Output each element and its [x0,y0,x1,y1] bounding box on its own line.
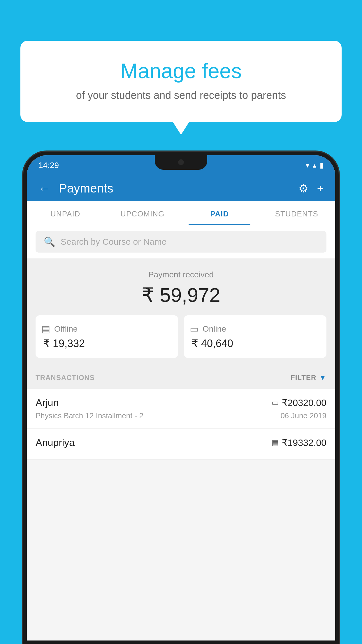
phone-frame: 14:29 ▾ ▴ ▮ ← Payments ⚙ + UNPAID UPCOMI… [23,152,339,644]
app-header: ← Payments ⚙ + [27,176,335,201]
transactions-label: TRANSACTIONS [36,374,95,382]
payment-received-label: Payment received [36,270,326,279]
search-container: 🔍 Search by Course or Name [27,225,335,258]
online-card-header: ▭ Online [190,323,321,335]
settings-icon[interactable]: ⚙ [298,182,308,195]
offline-card-header: ▤ Offline [41,323,172,335]
add-icon[interactable]: + [317,182,324,195]
amount-value-2: ₹19332.00 [282,437,326,448]
payment-summary: Payment received ₹ 59,972 ▤ Offline ₹ 19… [27,258,335,367]
status-time: 14:29 [38,161,59,170]
camera-dot [178,159,184,165]
payment-type-icon-1: ▭ [272,398,279,407]
tab-students[interactable]: STUDENTS [258,201,335,225]
transactions-header: TRANSACTIONS FILTER ▼ [27,367,335,389]
amount-value-1: ₹20320.00 [282,397,326,408]
offline-label: Offline [54,324,78,334]
speech-bubble: Manage fees of your students and send re… [20,41,342,122]
transaction-amount-1: ▭ ₹20320.00 [272,397,326,408]
search-box[interactable]: 🔍 Search by Course or Name [36,231,326,253]
notch [155,155,207,170]
phone-inner: 14:29 ▾ ▴ ▮ ← Payments ⚙ + UNPAID UPCOMI… [27,155,335,640]
status-icons: ▾ ▴ ▮ [306,161,324,169]
bubble-subtitle: of your students and send receipts to pa… [44,89,318,102]
online-label: Online [203,324,226,334]
payment-cards: ▤ Offline ₹ 19,332 ▭ Online ₹ 40,640 [36,315,326,358]
status-bar: 14:29 ▾ ▴ ▮ [27,155,335,176]
transaction-top-1: Arjun ▭ ₹20320.00 [36,397,326,408]
tab-upcoming[interactable]: UPCOMING [104,201,181,225]
table-row[interactable]: Anupriya ▤ ₹19332.00 [27,429,335,460]
payment-total-amount: ₹ 59,972 [36,284,326,307]
student-name-2: Anupriya [36,437,75,448]
course-info-1: Physics Batch 12 Installment - 2 [36,411,143,420]
table-row[interactable]: Arjun ▭ ₹20320.00 Physics Batch 12 Insta… [27,389,335,429]
transaction-list: Arjun ▭ ₹20320.00 Physics Batch 12 Insta… [27,389,335,460]
back-button[interactable]: ← [38,182,50,195]
page-title: Payments [59,181,290,195]
student-name-1: Arjun [36,397,59,408]
transaction-bottom-1: Physics Batch 12 Installment - 2 06 June… [36,411,326,420]
header-actions: ⚙ + [298,182,324,195]
online-icon: ▭ [190,323,198,335]
filter-button[interactable]: FILTER ▼ [291,374,326,382]
tab-unpaid[interactable]: UNPAID [27,201,104,225]
tabs: UNPAID UPCOMING PAID STUDENTS [27,201,335,225]
offline-icon: ▤ [41,323,50,335]
online-card: ▭ Online ₹ 40,640 [184,315,326,358]
payment-type-icon-2: ▤ [272,438,279,447]
filter-label: FILTER [291,374,316,382]
wifi-icon: ▾ [306,161,309,169]
bubble-title: Manage fees [44,58,318,83]
transaction-date-1: 06 June 2019 [280,411,326,420]
battery-icon: ▮ [320,161,324,169]
tab-paid[interactable]: PAID [181,201,258,225]
search-placeholder: Search by Course or Name [61,237,167,247]
search-icon: 🔍 [44,236,55,247]
online-amount: ₹ 40,640 [190,337,321,350]
speech-bubble-container: Manage fees of your students and send re… [20,41,342,122]
signal-icon: ▴ [313,161,316,169]
offline-card: ▤ Offline ₹ 19,332 [36,315,178,358]
transaction-amount-2: ▤ ₹19332.00 [272,437,326,448]
offline-amount: ₹ 19,332 [41,337,172,350]
transaction-top-2: Anupriya ▤ ₹19332.00 [36,437,326,448]
filter-icon: ▼ [319,374,326,382]
